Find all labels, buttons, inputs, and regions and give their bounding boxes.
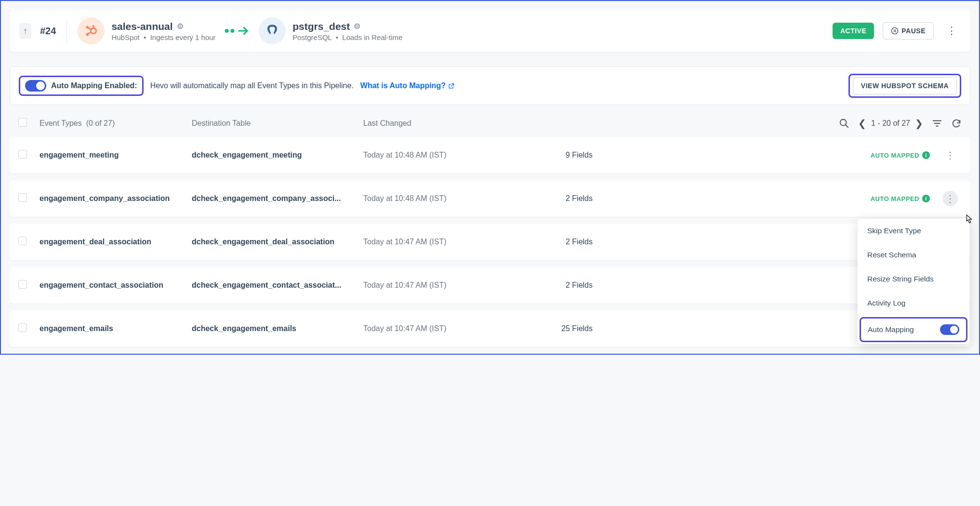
column-header-event-types: Event Types	[40, 119, 82, 127]
svg-point-7	[270, 28, 271, 29]
page-range: 1 - 20 of 27	[871, 119, 910, 128]
pipeline-id: #24	[40, 26, 56, 37]
destination-table-name: dcheck_engagement_meeting	[192, 151, 356, 160]
svg-point-6	[93, 25, 94, 27]
field-count: 2 Fields	[544, 238, 593, 246]
refresh-icon[interactable]	[951, 118, 962, 129]
destination-endpoint: pstgrs_dest ⚙ PostgreSQL • Loads in Real…	[259, 17, 402, 44]
row-actions-popup: Skip Event Type Reset Schema Resize Stri…	[858, 219, 969, 344]
auto-mapping-label: Auto Mapping Enabled:	[51, 81, 137, 90]
filter-icon[interactable]	[932, 118, 942, 129]
column-header-destination: Destination Table	[192, 119, 356, 128]
field-count: 9 Fields	[544, 151, 593, 160]
event-type-name: engagement_company_association	[40, 194, 184, 203]
auto-mapping-banner: Auto Mapping Enabled: Hevo will automati…	[10, 67, 970, 105]
last-changed-value: Today at 10:48 AM (IST)	[363, 194, 537, 203]
event-type-name: engagement_meeting	[40, 151, 184, 160]
gear-icon[interactable]: ⚙	[354, 22, 360, 31]
last-changed-value: Today at 10:47 AM (IST)	[363, 281, 537, 290]
svg-point-8	[273, 28, 275, 29]
menu-activity-log[interactable]: Activity Log	[858, 291, 969, 315]
select-all-checkbox[interactable]	[18, 118, 27, 127]
divider	[66, 19, 67, 42]
destination-table-name: dcheck_engagement_emails	[192, 324, 356, 333]
destination-name: pstgrs_dest	[292, 21, 350, 32]
page-prev-button[interactable]: ❮	[858, 118, 866, 129]
last-changed-value: Today at 10:47 AM (IST)	[363, 238, 537, 246]
table-row[interactable]: engagement_contact_association dcheck_en…	[10, 267, 970, 304]
last-changed-value: Today at 10:47 AM (IST)	[363, 324, 537, 333]
menu-auto-mapping-toggle[interactable]	[940, 324, 959, 335]
svg-line-4	[89, 32, 92, 34]
row-more-menu[interactable]: ⋮	[942, 191, 958, 206]
info-icon[interactable]: i	[922, 195, 930, 202]
row-checkbox[interactable]	[18, 237, 27, 245]
status-badge: AUTO MAPPEDi	[600, 195, 935, 202]
menu-auto-mapping-highlight[interactable]: Auto Mapping	[860, 317, 967, 342]
collapse-up-button[interactable]: ↑	[19, 23, 31, 39]
field-count: 25 Fields	[544, 324, 593, 333]
field-count: 2 Fields	[544, 194, 593, 203]
table-header-row: Event Types (0 of 27) Destination Table …	[10, 105, 970, 137]
info-icon[interactable]: i	[922, 151, 930, 159]
view-schema-highlight: VIEW HUBSPOT SCHEMA	[848, 74, 961, 98]
event-type-name: engagement_contact_association	[40, 281, 184, 290]
menu-auto-mapping-label: Auto Mapping	[868, 325, 914, 334]
event-type-name: engagement_emails	[40, 324, 184, 333]
destination-table-name: dcheck_engagement_contact_associat...	[192, 281, 356, 290]
search-icon[interactable]	[839, 118, 849, 129]
destination-table-name: dcheck_engagement_deal_association	[192, 238, 356, 246]
destination-subtitle: PostgreSQL • Loads in Real-time	[292, 33, 402, 41]
menu-skip-event-type[interactable]: Skip Event Type	[858, 219, 969, 243]
auto-mapping-toggle[interactable]	[25, 80, 46, 92]
cursor-pointer-icon	[963, 214, 974, 226]
column-header-last-changed: Last Changed	[363, 119, 537, 128]
last-changed-value: Today at 10:48 AM (IST)	[363, 151, 537, 160]
row-checkbox[interactable]	[18, 193, 27, 202]
table-row[interactable]: engagement_deal_association dcheck_engag…	[10, 224, 970, 260]
svg-line-3	[89, 28, 92, 29]
status-active-badge[interactable]: ACTIVE	[833, 23, 874, 39]
row-checkbox[interactable]	[18, 280, 27, 289]
source-subtitle: HubSpot • Ingests every 1 hour	[111, 33, 215, 41]
pause-icon	[891, 27, 899, 35]
row-checkbox[interactable]	[18, 150, 27, 159]
event-types-count: (0 of 27)	[86, 119, 115, 127]
field-count: 2 Fields	[544, 281, 593, 290]
pause-button[interactable]: PAUSE	[883, 22, 934, 40]
external-link-icon	[448, 82, 455, 90]
svg-line-13	[846, 125, 848, 128]
postgresql-icon	[259, 17, 286, 44]
view-hubspot-schema-button[interactable]: VIEW HUBSPOT SCHEMA	[853, 77, 957, 94]
event-type-name: engagement_deal_association	[40, 238, 184, 246]
table-row[interactable]: engagement_meeting dcheck_engagement_mee…	[10, 137, 970, 173]
auto-mapping-toggle-highlight: Auto Mapping Enabled:	[19, 76, 144, 96]
event-types-list: engagement_meeting dcheck_engagement_mee…	[10, 137, 970, 347]
source-endpoint: sales-annual ⚙ HubSpot • Ingests every 1…	[78, 17, 215, 44]
menu-reset-schema[interactable]: Reset Schema	[858, 243, 969, 267]
source-name: sales-annual	[111, 21, 172, 32]
svg-point-9	[892, 27, 898, 34]
hubspot-icon	[78, 17, 105, 44]
gear-icon[interactable]: ⚙	[177, 22, 184, 31]
destination-table-name: dcheck_engagement_company_associ...	[192, 194, 356, 203]
row-checkbox[interactable]	[18, 323, 27, 332]
auto-mapping-help-link[interactable]: What is Auto Mapping?	[360, 81, 455, 90]
auto-mapping-description: Hevo will automatically map all Event Ty…	[150, 81, 354, 90]
table-row[interactable]: engagement_company_association dcheck_en…	[10, 180, 970, 217]
pagination: ❮ 1 - 20 of 27 ❯	[858, 118, 923, 129]
status-badge: AUTO MAPPEDi	[600, 151, 935, 159]
flow-arrow-icon: ••	[225, 23, 251, 39]
row-more-menu[interactable]: ⋮	[942, 147, 958, 163]
menu-resize-string-fields[interactable]: Resize String Fields	[858, 267, 969, 291]
svg-rect-11	[895, 29, 896, 32]
page-next-button[interactable]: ❯	[915, 118, 923, 129]
pipeline-header-card: ↑ #24 sales-annual ⚙ HubSpot • Ingests e…	[10, 10, 970, 52]
table-row[interactable]: engagement_emails dcheck_engagement_emai…	[10, 310, 970, 347]
svg-rect-10	[894, 29, 894, 32]
header-more-menu[interactable]: ⋮	[942, 25, 961, 37]
